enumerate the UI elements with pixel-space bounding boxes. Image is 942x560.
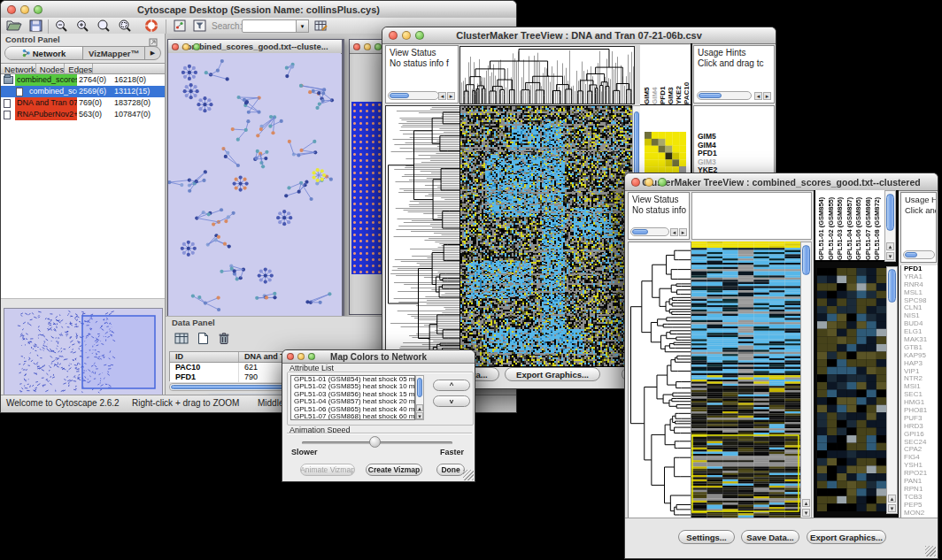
tv2-zoom-heatmap[interactable] (817, 268, 886, 511)
scroll-right-icon[interactable]: ▸ (679, 228, 687, 236)
tv2-row-dendrogram[interactable] (628, 242, 691, 520)
scroll-up-icon[interactable]: ▴ (416, 404, 423, 411)
close-button[interactable] (353, 43, 360, 50)
close-button[interactable] (631, 178, 640, 187)
speed-slider-thumb[interactable] (369, 436, 381, 448)
help-ring-icon[interactable] (143, 19, 160, 33)
network-table-column[interactable]: Nodes (36, 64, 65, 73)
tab-vizmapper[interactable]: VizMapper™ (83, 47, 145, 59)
search-input[interactable] (242, 19, 297, 33)
resize-grip[interactable] (925, 546, 936, 556)
attribute-list-item[interactable]: GPL51-07 (GSM868) heat shock 60 min (291, 413, 414, 420)
tv2-zoom-vscrollbar[interactable]: ▴ ▾ (886, 266, 898, 514)
usage-hints-scrollbar[interactable] (903, 250, 935, 259)
scrollbar-thumb[interactable] (417, 378, 422, 397)
close-button[interactable] (172, 43, 179, 50)
zoom-out-icon[interactable] (52, 19, 70, 33)
minimize-button[interactable] (297, 353, 305, 360)
view-status-scrollbar[interactable] (388, 91, 439, 100)
close-button[interactable] (287, 353, 294, 360)
network-tree-row[interactable]: DNA and Tran 07 769(0) 183728(0) (1, 97, 165, 109)
scrollbar-thumb[interactable] (632, 229, 648, 234)
done-button[interactable]: Done (436, 464, 465, 476)
search-dropdown[interactable]: ▾ (296, 19, 309, 33)
tv2-global-view[interactable] (691, 192, 812, 240)
zoom-button[interactable] (415, 31, 424, 40)
zoom-selected-icon[interactable] (95, 19, 112, 33)
network-view-canvas[interactable] (168, 53, 341, 316)
tv2-heatmap[interactable] (691, 242, 800, 518)
zoom-in-icon[interactable] (73, 19, 91, 33)
attribute-list-scrollbar[interactable]: ▴ ▾ (415, 375, 424, 420)
scrollbar-thumb[interactable] (888, 269, 896, 303)
scroll-down-icon[interactable]: ▾ (802, 509, 810, 517)
dialog-titlebar[interactable]: Map Colors to Network (282, 350, 475, 364)
scroll-left-icon[interactable]: ◂ (438, 92, 446, 100)
scroll-down-icon[interactable]: ▾ (888, 504, 896, 512)
scrollbar-thumb[interactable] (905, 252, 917, 257)
zoom-button[interactable] (308, 353, 315, 360)
new-attribute-icon[interactable] (194, 331, 212, 345)
view-status-scrollbar[interactable] (630, 227, 669, 236)
network-overview-panel[interactable] (4, 308, 163, 395)
tv1-row-dendrogram[interactable] (385, 105, 460, 367)
zoom-button[interactable] (374, 43, 382, 50)
zoom-fit-icon[interactable] (116, 19, 134, 33)
scroll-left-icon[interactable]: ◂ (754, 92, 762, 100)
scroll-up-icon[interactable]: ▴ (802, 499, 810, 507)
minimize-button[interactable] (645, 178, 653, 187)
zoom-button[interactable] (34, 5, 42, 14)
minimize-button[interactable] (20, 5, 29, 14)
tv1-titlebar[interactable]: ClusterMaker TreeView : DNA and Tran 07-… (382, 27, 776, 44)
minimize-button[interactable] (182, 43, 189, 50)
scrollbar-thumb[interactable] (886, 194, 894, 231)
resize-grip[interactable] (463, 470, 474, 480)
tab-overflow-arrow[interactable]: ▶ (145, 47, 160, 59)
create-vizmap-button[interactable]: Create Vizmap (366, 464, 422, 476)
scrollbar-thumb[interactable] (699, 93, 722, 98)
network-table-column[interactable]: Edges (65, 64, 93, 73)
close-button[interactable] (389, 31, 398, 40)
minimize-button[interactable] (402, 31, 411, 40)
delete-attribute-icon[interactable] (215, 331, 233, 345)
scroll-right-icon[interactable]: ▸ (447, 92, 455, 100)
scrollbar-thumb[interactable] (802, 245, 810, 275)
scroll-right-icon[interactable]: ▸ (763, 92, 771, 100)
scroll-left-icon[interactable]: ◂ (670, 228, 678, 236)
network-tree-row[interactable]: RNAPuberNov2+ 563(0) 107847(0) (1, 109, 165, 120)
zoom-button[interactable] (193, 43, 200, 50)
attribute-select-icon[interactable] (173, 331, 190, 345)
attribute-column-header[interactable]: ID (170, 352, 239, 362)
zoom-button[interactable] (658, 178, 667, 187)
scroll-down-icon[interactable]: ▾ (886, 252, 894, 260)
filter-icon[interactable] (190, 19, 208, 33)
table-edit-icon[interactable] (313, 19, 330, 33)
network-tree-row[interactable]: combined_sco 2569(6) 13112(15) (1, 86, 165, 97)
scroll-up-icon[interactable]: ▴ (888, 495, 896, 502)
scroll-down-icon[interactable]: ▾ (416, 412, 423, 419)
tv2-heatmap-vscrollbar[interactable]: ▴ ▾ (800, 242, 812, 518)
main-titlebar[interactable]: Cytoscape Desktop (Session Name: collins… (1, 1, 516, 19)
scrollbar-thumb[interactable] (390, 93, 409, 98)
tv2-settings-button[interactable]: Settings... (678, 530, 735, 544)
scrollbar-thumb[interactable] (634, 111, 639, 182)
tv2-labels-vscrollbar[interactable]: ▴ ▾ (884, 190, 896, 262)
tv2-titlebar[interactable]: ClusterMaker TreeView : combined_scores_… (625, 173, 938, 191)
scroll-up-icon[interactable]: ▴ (886, 242, 894, 250)
tv1-export-graphics-button[interactable]: Export Graphics... (505, 367, 600, 381)
tv2-gene-list[interactable]: PFD1YRA1RNR4MSL1SPC98CLN1NIS1BUD4ELG1MAK… (900, 265, 938, 520)
move-up-button[interactable]: ^ (433, 380, 470, 391)
animate-vizmap-button[interactable]: Animate Vizmap (300, 464, 355, 476)
move-down-button[interactable]: v (433, 395, 470, 407)
network-tree-row[interactable]: combined_scores 2764(0) 16218(0) (1, 74, 165, 86)
annotation-icon[interactable] (171, 19, 189, 33)
tv1-zoom-matrix[interactable] (645, 132, 686, 173)
tv2-save-data-button[interactable]: Save Data... (741, 530, 799, 544)
tab-network[interactable]: Network (5, 47, 83, 59)
tv1-heatmap[interactable] (459, 105, 634, 367)
open-folder-icon[interactable] (5, 19, 23, 33)
attribute-list[interactable]: GPL51-01 (GSM854) heat shock 05 minGPL51… (290, 375, 415, 420)
usage-hints-scrollbar[interactable] (697, 91, 752, 100)
save-icon[interactable] (27, 19, 44, 33)
network-table-column[interactable]: Network (1, 64, 36, 73)
